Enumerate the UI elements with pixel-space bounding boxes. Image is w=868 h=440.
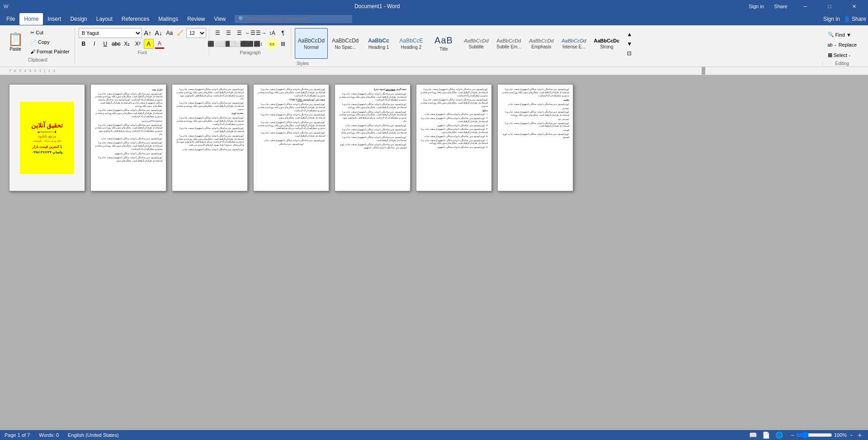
line-spacing-button[interactable]: ↕ [256,39,266,49]
web-layout-button[interactable]: 🌐 [774,431,785,440]
font-group: B Yagut A↑ A↓ Aa 🧹 12 8 10 11 14 16 18 2… [79,28,209,56]
tell-me-input[interactable] [247,16,346,22]
style-title[interactable]: AaB Title [428,28,460,59]
menu-item-home[interactable]: Home [19,13,43,25]
show-paragraphs-button[interactable]: ¶ [278,28,288,38]
style-intense-em-label: Intense E... [562,44,585,49]
page-6[interactable]: لورم ایپسوم متن ساختگی با تولید سادگی نا… [416,84,492,191]
bold-button[interactable]: B [79,39,89,49]
menu-item-view[interactable]: View [210,13,231,25]
menu-item-review[interactable]: Review [183,13,209,25]
style-nospace-label: No Spac... [335,45,356,50]
sign-in-text[interactable]: Sign in [823,16,840,22]
style-title-preview: AaB [434,35,453,46]
font-name-select[interactable]: B Yagut [79,28,142,38]
zoom-slider[interactable] [796,431,832,439]
zoom-in-button[interactable]: + [856,431,863,440]
font-color-button[interactable]: A [155,39,165,49]
style-heading2-preview: AaBbCcE [399,38,423,44]
strikethrough-button[interactable]: abc [111,39,121,49]
style-subtle-em[interactable]: AaBbCcDd Subtle Em... [493,28,525,59]
maximize-button[interactable]: □ [819,0,840,13]
page-3[interactable]: لورم ایپسوم متن ساختگی با تولید سادگی نا… [172,84,248,191]
superscript-button[interactable]: X² [133,39,143,49]
style-intense-em[interactable]: AaBbCcDd Intense E... [558,28,590,59]
paste-button[interactable]: 📋 Paste [4,28,27,55]
page-2[interactable]: قبل از همه لورم ایپسوم متن ساختگی با تول… [90,84,166,191]
menu-item-insert[interactable]: Insert [43,13,66,25]
cut-button[interactable]: ✂ Cut [28,28,72,37]
minimize-button[interactable]: ─ [795,0,816,13]
share-text[interactable]: 👤 Share [844,16,866,22]
style-heading2[interactable]: AaBbCcE Heading 2 [396,28,427,59]
subscript-button[interactable]: X₂ [122,39,132,49]
font-size-select[interactable]: 12 8 10 11 14 16 18 24 [186,28,206,38]
menu-bar: File Home Insert Design Layout Reference… [0,13,868,25]
style-heading1-label: Heading 1 [368,45,389,50]
multilevel-button[interactable]: ☰ [235,28,245,38]
grow-font-button[interactable]: A↑ [143,28,153,38]
clear-format-button[interactable]: 🧹 [175,28,185,38]
format-painter-icon: 🖌 [30,49,35,54]
replace-button[interactable]: ab→ Replace [825,40,860,49]
copy-button[interactable]: 📄 Copy [28,38,72,47]
shrink-font-button[interactable]: A↓ [154,28,164,38]
style-emphasis-preview: AaBbCcDd [529,38,553,43]
cover-price: با کمترین قیمت بازار [32,145,62,149]
select-button[interactable]: ▦ Select - [825,50,860,60]
menu-item-references[interactable]: References [117,13,154,25]
style-normal[interactable]: AaBbCcDd Normal [295,28,328,59]
menu-item-design[interactable]: Design [66,13,91,25]
shading-button[interactable]: ▭ [267,39,277,49]
numbering-button[interactable]: ☰ [224,28,234,38]
bullets-button[interactable]: ☰ [213,28,223,38]
underline-button[interactable]: U [100,39,110,49]
page-1[interactable]: تحقیق آنلاین 📷 Tahghighonline.ir 📱 مرجع … [9,84,85,191]
page-4-content: لورم ایپسوم متن ساختگی با تولید سادگی نا… [254,85,329,191]
change-case-button[interactable]: Aa [165,28,175,38]
page-5[interactable]: نتیجه گیری نمونه متن (نمونه متن): لورم ا… [335,84,410,191]
style-title-label: Title [439,47,448,52]
style-strong[interactable]: AaBbCcDc Strong [591,28,623,59]
indent-increase-button[interactable]: ☰→ [256,28,266,38]
zoom-percentage: 100% [834,432,847,438]
cover-content: تحقیق آنلاین 📷 Tahghighonline.ir 📱 مرجع … [20,102,74,174]
find-button[interactable]: 🔍 Find ▼ [825,30,860,39]
page-4[interactable]: لورم ایپسوم متن ساختگی با تولید سادگی نا… [253,84,329,191]
style-nospace[interactable]: AaBbCcDd No Spac... [329,28,362,59]
cover-phone: ۰۹۹۸۱۳۶۶۶۲۴ واتساپ [32,151,62,154]
style-subtitle[interactable]: AaBbCcDd Subtitle [461,28,492,59]
page-7[interactable]: لورم ایپسوم متن ساختگی با تولید سادگی نا… [497,84,573,191]
borders-button[interactable]: ⊞ [278,39,288,49]
read-mode-button[interactable]: 📖 [747,431,759,440]
text-highlight-button[interactable]: A [144,39,154,49]
document-area: تحقیق آنلاین 📷 Tahghighonline.ir 📱 مرجع … [0,75,868,440]
print-layout-button[interactable]: 📄 [760,431,772,440]
styles-expand-button[interactable]: ⊡ [624,48,634,58]
styles-scroll-up-button[interactable]: ▲ [624,30,634,39]
cover-formats: فایل ورد-پی دی اف - پاورپوینت [33,139,61,142]
cover-ref: مرجع دانلـود [38,134,56,138]
sign-in-button[interactable]: Sign in [746,0,767,13]
title-bar-title: Document1 - Word [8,3,746,9]
style-heading1[interactable]: AaBbCc Heading 1 [363,28,395,59]
select-icon: ▦ [828,52,832,58]
sort-button[interactable]: ↕A [267,28,277,38]
styles-scroll-down-button[interactable]: ▼ [624,39,634,49]
menu-item-mailings[interactable]: Mailings [154,13,183,25]
menu-item-layout[interactable]: Layout [92,13,117,25]
style-strong-label: Strong [600,44,613,49]
zoom-out-button[interactable]: - [849,431,854,440]
style-heading1-preview: AaBbCc [368,38,389,44]
indent-decrease-button[interactable]: ←☰ [245,28,255,38]
style-subtle-em-label: Subtle Em... [496,44,521,49]
close-button[interactable]: ✕ [844,0,864,13]
share-button[interactable]: Share [770,0,791,13]
ruler-tab-marker[interactable] [702,67,705,75]
page-7-content: لورم ایپسوم متن ساختگی با تولید سادگی نا… [498,85,573,191]
justify-button[interactable]: ⬛⬛⬛ [245,39,255,49]
italic-button[interactable]: I [90,39,99,49]
style-emphasis[interactable]: AaBbCcDd Emphasis [526,28,557,59]
format-painter-button[interactable]: 🖌 Format Painter [28,47,72,56]
menu-item-file[interactable]: File [2,13,19,25]
